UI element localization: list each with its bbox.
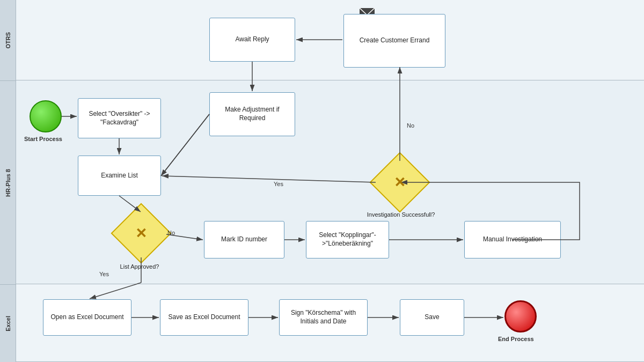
await-reply-box: Await Reply xyxy=(209,18,295,62)
sign-korschema-box: Sign "Körschema" with Initials and Date xyxy=(279,299,368,336)
start-process-circle xyxy=(30,100,62,132)
make-adjustment-box: Make Adjustment if Required xyxy=(209,92,295,136)
start-process-label: Start Process xyxy=(24,136,62,142)
list-approved-diamond-container: ✕ xyxy=(117,209,165,257)
excel-lane-label: Excel xyxy=(5,316,11,331)
otrs-label-container: OTRS xyxy=(0,0,16,80)
save-excel-box: Save as Excel Document xyxy=(160,299,248,336)
hr-label-container: HR-Plus 8 xyxy=(0,80,16,284)
investigation-successful-x: ✕ xyxy=(394,174,406,191)
excel-label-container: Excel xyxy=(0,284,16,362)
no-label-list: No xyxy=(167,230,175,236)
end-process-label: End Process xyxy=(498,336,534,342)
save-box: Save xyxy=(400,299,464,336)
create-customer-errand-box: Create Customer Errand xyxy=(343,14,445,68)
no-label-investigation: No xyxy=(407,122,414,129)
diagram-container: OTRS HR-Plus 8 Excel OTRS HR-Plus 8 Exce… xyxy=(0,0,644,362)
otrs-lane-label: OTRS xyxy=(5,32,11,49)
lane-otrs: OTRS xyxy=(0,0,644,80)
examine-list-box: Examine List xyxy=(78,156,161,196)
select-kopplingar-box: Select "Kopplingar"->"Löneberäkning" xyxy=(306,221,389,258)
investigation-successful-diamond-container: ✕ xyxy=(376,158,424,206)
select-oversikter-box: Select "Oversikter" -> "Fackavdrag" xyxy=(78,98,161,138)
list-approved-x: ✕ xyxy=(135,225,147,242)
end-process-circle xyxy=(504,300,537,333)
mark-id-box: Mark ID number xyxy=(204,221,284,258)
yes-label-investigation: Yes xyxy=(274,181,283,187)
manual-investigation-box: Manual Investigation xyxy=(464,221,561,258)
yes-label-list: Yes xyxy=(99,271,109,277)
open-excel-box: Open as Excel Document xyxy=(43,299,131,336)
hr-lane-label: HR-Plus 8 xyxy=(5,169,11,197)
